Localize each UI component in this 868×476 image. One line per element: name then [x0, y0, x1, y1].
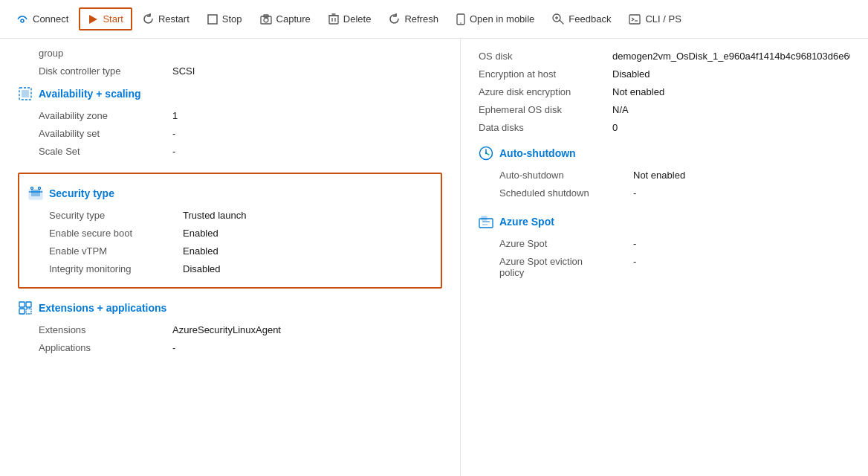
svg-rect-26: [26, 302, 31, 307]
refresh-label: Refresh: [404, 13, 438, 25]
restart-label: Restart: [158, 13, 190, 25]
feedback-button[interactable]: Feedback: [545, 9, 618, 29]
extensions-value: AzureSecurityLinuxAgent: [172, 324, 442, 335]
autoshutdown-row: Auto-shutdown Not enabled: [479, 167, 850, 184]
open-mobile-button[interactable]: Open in mobile: [449, 9, 542, 30]
extensions-row: Extensions AzureSecurityLinuxAgent: [18, 321, 442, 339]
delete-button[interactable]: Delete: [321, 9, 379, 29]
scale-set-row: Scale Set -: [18, 143, 442, 161]
group-partial-row: group: [18, 45, 442, 62]
stop-button[interactable]: Stop: [200, 9, 250, 29]
extensions-icon: [18, 300, 33, 315]
ephemeral-os-label: Ephemeral OS disk: [479, 104, 612, 115]
secure-boot-row: Enable secure boot Enabled: [28, 225, 432, 242]
disk-controller-row: Disk controller type SCSI: [18, 62, 442, 80]
stop-label: Stop: [222, 13, 242, 25]
autoshutdown-header: Auto-shutdown: [479, 146, 850, 161]
encryption-host-value: Disabled: [612, 68, 850, 80]
svg-point-23: [31, 187, 33, 190]
restart-button[interactable]: Restart: [135, 9, 197, 29]
capture-label: Capture: [276, 13, 311, 25]
autoshutdown-title: Auto-shutdown: [499, 147, 576, 159]
autoshutdown-value: Not enabled: [633, 170, 850, 181]
disk-controller-value: SCSI: [172, 65, 442, 77]
availability-header: Availability + scaling: [18, 86, 442, 101]
security-header: Security type: [28, 186, 432, 201]
security-title: Security type: [49, 187, 114, 199]
security-type-value: Trusted launch: [183, 210, 432, 221]
autoshutdown-label: Auto-shutdown: [499, 170, 633, 181]
capture-icon: [260, 14, 272, 25]
connect-button[interactable]: Connect: [9, 9, 76, 30]
right-panel: OS disk demogen2vm_OsDisk_1_e960a4f1414b…: [461, 39, 868, 476]
availability-set-label: Availability set: [39, 128, 172, 139]
svg-rect-21: [31, 190, 40, 196]
secure-boot-value: Enabled: [183, 228, 432, 239]
availability-set-value: -: [172, 128, 442, 139]
azure-spot-label: Azure Spot: [499, 238, 633, 249]
azure-spot-value: -: [633, 238, 850, 249]
security-section-wrapper: Security type Security type Trusted laun…: [18, 173, 442, 289]
scheduled-shutdown-label: Scheduled shutdown: [499, 187, 633, 199]
connect-label: Connect: [33, 13, 68, 25]
security-type-row: Security type Trusted launch: [28, 207, 432, 225]
scheduled-shutdown-row: Scheduled shutdown -: [479, 184, 850, 202]
azure-spot-header: Azure Spot: [479, 214, 850, 229]
azure-spot-title: Azure Spot: [499, 216, 554, 228]
cli-button[interactable]: CLI / PS: [621, 9, 688, 29]
data-disks-label: Data disks: [479, 122, 612, 133]
left-panel: group Disk controller type SCSI Availabi…: [0, 39, 461, 476]
cli-icon: [629, 14, 641, 25]
vtpm-label: Enable vTPM: [49, 245, 183, 257]
disk-controller-label: Disk controller type: [39, 65, 172, 77]
applications-row: Applications -: [18, 339, 442, 357]
svg-rect-36: [482, 224, 488, 225]
svg-rect-28: [26, 309, 31, 314]
extensions-label: Extensions: [39, 324, 172, 335]
encryption-host-label: Encryption at host: [479, 68, 612, 80]
integrity-value: Disabled: [183, 263, 432, 274]
ephemeral-os-value: N/A: [612, 104, 850, 115]
security-icon: [28, 186, 43, 201]
delete-label: Delete: [343, 13, 372, 25]
availability-zone-value: 1: [172, 110, 442, 121]
refresh-button[interactable]: Refresh: [381, 9, 446, 29]
azure-disk-enc-label: Azure disk encryption: [479, 86, 612, 97]
extensions-title: Extensions + applications: [39, 302, 166, 314]
applications-value: -: [172, 342, 442, 353]
integrity-label: Integrity monitoring: [49, 263, 183, 274]
encryption-host-row: Encryption at host Disabled: [479, 65, 850, 83]
svg-rect-35: [482, 221, 490, 222]
svg-rect-27: [19, 309, 25, 314]
svg-point-12: [460, 22, 461, 24]
security-type-label: Security type: [49, 210, 183, 221]
start-button[interactable]: Start: [79, 7, 132, 30]
svg-rect-2: [208, 15, 217, 24]
os-disk-value: demogen2vm_OsDisk_1_e960a4f1414b4c968103…: [612, 51, 850, 62]
svg-point-32: [485, 152, 487, 154]
applications-label: Applications: [39, 342, 172, 353]
availability-set-row: Availability set -: [18, 125, 442, 143]
toolbar: Connect Start Restart Stop: [0, 0, 868, 39]
svg-point-0: [21, 19, 24, 22]
svg-point-4: [264, 18, 268, 22]
extensions-header: Extensions + applications: [18, 300, 442, 315]
svg-point-24: [39, 187, 41, 190]
os-disk-label: OS disk: [479, 51, 612, 62]
svg-rect-6: [329, 16, 338, 24]
connect-icon: [16, 13, 28, 25]
svg-rect-19: [22, 90, 29, 97]
availability-zone-row: Availability zone 1: [18, 107, 442, 125]
data-disks-value: 0: [612, 122, 850, 133]
capture-button[interactable]: Capture: [253, 9, 318, 29]
azure-spot-eviction-label: Azure Spot evictionpolicy: [499, 256, 633, 278]
scale-set-value: -: [172, 146, 442, 157]
feedback-icon: [552, 13, 564, 25]
ephemeral-os-row: Ephemeral OS disk N/A: [479, 101, 850, 119]
autoshutdown-section: Auto-shutdown Auto-shutdown Not enabled …: [479, 146, 850, 202]
vtpm-value: Enabled: [183, 245, 432, 257]
svg-rect-25: [19, 302, 25, 307]
main-content: group Disk controller type SCSI Availabi…: [0, 39, 868, 476]
scale-set-label: Scale Set: [39, 146, 172, 157]
azure-spot-section: Azure Spot Azure Spot - Azure Spot evict…: [479, 214, 850, 281]
